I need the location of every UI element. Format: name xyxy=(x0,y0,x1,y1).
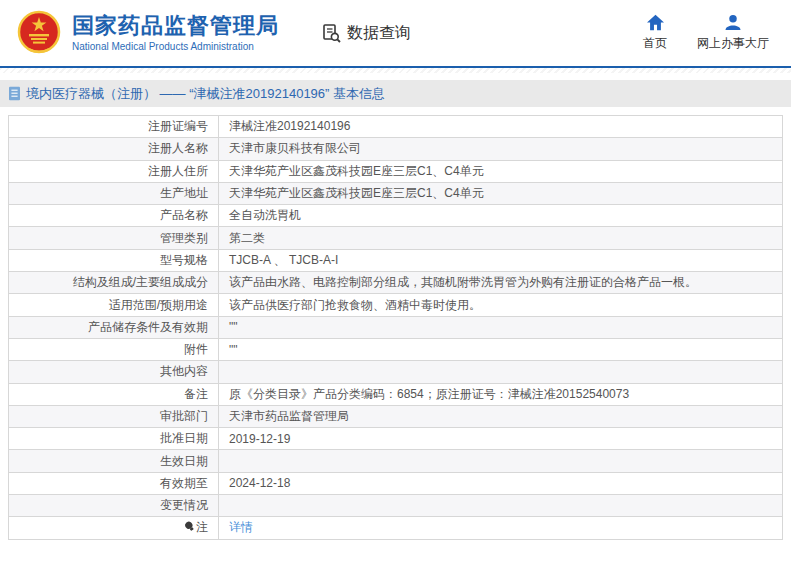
row-value xyxy=(219,450,783,472)
row-label: 产品名称 xyxy=(9,205,219,227)
row-value: 2019-12-19 xyxy=(219,428,783,450)
row-value: 2024-12-18 xyxy=(219,472,783,494)
table-row: 注册证编号津械注准20192140196 xyxy=(9,116,783,138)
national-emblem-icon xyxy=(16,8,62,58)
data-query-label: 数据查询 xyxy=(347,23,411,44)
row-value: 第二类 xyxy=(219,227,783,249)
nav-item-service-hall[interactable]: 网上办事大厅 xyxy=(697,14,769,52)
table-row: 有效期至2024-12-18 xyxy=(9,472,783,494)
row-label: 变更情况 xyxy=(9,495,219,517)
table-row: 审批部门天津市药品监督管理局 xyxy=(9,405,783,427)
row-label: 批准日期 xyxy=(9,428,219,450)
row-label: 结构及组成/主要组成成分 xyxy=(9,272,219,294)
table-row: 生效日期 xyxy=(9,450,783,472)
data-query-tab[interactable]: 数据查询 xyxy=(321,23,411,44)
detail-link[interactable]: 详情 xyxy=(229,520,253,534)
registration-info-table: 注册证编号津械注准20192140196 注册人名称天津市康贝科技有限公司 注册… xyxy=(8,115,783,540)
row-value xyxy=(219,361,783,383)
row-label: 注册人住所 xyxy=(9,160,219,182)
row-value: 该产品由水路、电路控制部分组成，其随机附带洗胃管为外购有注册证的合格产品一根。 xyxy=(219,272,783,294)
document-icon xyxy=(8,86,21,101)
row-value: 原《分类目录》产品分类编码：6854；原注册证号：津械注准20152540073 xyxy=(219,383,783,405)
document-search-icon xyxy=(321,23,341,43)
row-value: 天津市药品监督管理局 xyxy=(219,405,783,427)
header: 国家药品监督管理局 National Medical Products Admi… xyxy=(0,0,791,68)
table-row: 适用范围/预期用途该产品供医疗部门抢救食物、酒精中毒时使用。 xyxy=(9,294,783,316)
table-row: 批准日期2019-12-19 xyxy=(9,428,783,450)
national-emblem-logo xyxy=(16,7,62,59)
row-value xyxy=(219,495,783,517)
agency-title-cn: 国家药品监督管理局 xyxy=(72,14,279,38)
row-label: 注册证编号 xyxy=(9,116,219,138)
row-label: 其他内容 xyxy=(9,361,219,383)
row-value: "" xyxy=(219,316,783,338)
table-row: 管理类别第二类 xyxy=(9,227,783,249)
agency-title-en: National Medical Products Administration xyxy=(72,41,279,52)
row-label: 有效期至 xyxy=(9,472,219,494)
table-row: 生产地址天津华苑产业区鑫茂科技园E座三层C1、C4单元 xyxy=(9,182,783,204)
person-icon xyxy=(724,14,742,31)
row-value-note: 详情 xyxy=(219,517,783,539)
row-value: 天津市康贝科技有限公司 xyxy=(219,138,783,160)
header-nav: 首页 网上办事大厅 xyxy=(643,14,769,52)
nav-service-hall-label: 网上办事大厅 xyxy=(697,35,769,52)
row-label: 生产地址 xyxy=(9,182,219,204)
row-label: 生效日期 xyxy=(9,450,219,472)
row-label: 注册人名称 xyxy=(9,138,219,160)
bulb-icon xyxy=(182,519,197,534)
row-label: 审批部门 xyxy=(9,405,219,427)
note-label-text: 注 xyxy=(196,520,208,534)
home-icon xyxy=(646,14,665,31)
table-row: 注册人住所天津华苑产业区鑫茂科技园E座三层C1、C4单元 xyxy=(9,160,783,182)
row-value: "" xyxy=(219,338,783,360)
row-label: 产品储存条件及有效期 xyxy=(9,316,219,338)
table-row: 变更情况 xyxy=(9,495,783,517)
table-row: 其他内容 xyxy=(9,361,783,383)
nav-item-home[interactable]: 首页 xyxy=(643,14,667,52)
row-value: 津械注准20192140196 xyxy=(219,116,783,138)
table-row: 型号规格TJCB-A 、 TJCB-A-I xyxy=(9,249,783,271)
row-value: 天津华苑产业区鑫茂科技园E座三层C1、C4单元 xyxy=(219,160,783,182)
row-label: 型号规格 xyxy=(9,249,219,271)
table-row: 附件"" xyxy=(9,338,783,360)
row-value: 全自动洗胃机 xyxy=(219,205,783,227)
row-label: 适用范围/预期用途 xyxy=(9,294,219,316)
table-row: 产品名称全自动洗胃机 xyxy=(9,205,783,227)
table-row: 注册人名称天津市康贝科技有限公司 xyxy=(9,138,783,160)
table-row: 产品储存条件及有效期"" xyxy=(9,316,783,338)
row-value: 天津华苑产业区鑫茂科技园E座三层C1、C4单元 xyxy=(219,182,783,204)
nav-home-label: 首页 xyxy=(643,35,667,52)
table-row: 注 详情 xyxy=(9,517,783,539)
row-label: 备注 xyxy=(9,383,219,405)
row-label: 管理类别 xyxy=(9,227,219,249)
row-value: 该产品供医疗部门抢救食物、酒精中毒时使用。 xyxy=(219,294,783,316)
row-label: 附件 xyxy=(9,338,219,360)
row-label-note: 注 xyxy=(9,517,219,539)
breadcrumb-text: 境内医疗器械（注册） —— “津械注准20192140196” 基本信息 xyxy=(26,85,385,103)
breadcrumb: 境内医疗器械（注册） —— “津械注准20192140196” 基本信息 xyxy=(0,80,791,107)
table-row: 备注原《分类目录》产品分类编码：6854；原注册证号：津械注准201525400… xyxy=(9,383,783,405)
row-value: TJCB-A 、 TJCB-A-I xyxy=(219,249,783,271)
table-row: 结构及组成/主要组成成分该产品由水路、电路控制部分组成，其随机附带洗胃管为外购有… xyxy=(9,272,783,294)
